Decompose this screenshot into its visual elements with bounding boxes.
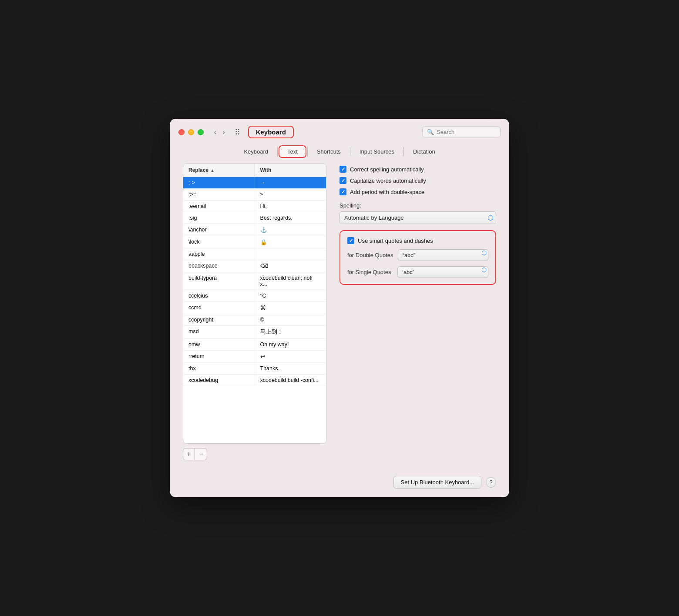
cell-with: xcodebuild build -confi...: [255, 375, 326, 386]
correct-spelling-checkbox[interactable]: [340, 166, 346, 173]
close-button[interactable]: [178, 129, 185, 135]
sort-arrow: ▲: [210, 168, 215, 173]
cell-replace: thx: [183, 363, 255, 374]
back-button[interactable]: ‹: [212, 127, 218, 137]
table-body: ;-> → ;>= ≥ ;eemail Hi, ;sig Best regard…: [183, 177, 326, 386]
cell-with: Best regards,: [255, 212, 326, 224]
tabs-bar: Keyboard Text Shortcuts Input Sources Di…: [170, 144, 509, 163]
replacement-table: Replace ▲ With ;-> → ;>= ≥ ;eemail Hi, ;…: [183, 163, 326, 444]
spelling-label: Spelling:: [340, 202, 496, 209]
cell-replace: ccmd: [183, 302, 255, 314]
tab-dictation[interactable]: Dictation: [405, 145, 444, 158]
tab-keyboard[interactable]: Keyboard: [235, 145, 276, 158]
maximize-button[interactable]: [198, 129, 204, 135]
table-row[interactable]: \lock 🔒: [183, 236, 326, 248]
table-row[interactable]: bbackspace ⌫: [183, 260, 326, 272]
spelling-section: Spelling: Automatic by LanguageEnglishSp…: [340, 202, 496, 224]
cell-replace: xcodedebug: [183, 375, 255, 386]
smart-quotes-checkbox[interactable]: [347, 237, 354, 244]
left-panel: Replace ▲ With ;-> → ;>= ≥ ;eemail Hi, ;…: [183, 163, 326, 460]
checkbox-add-period: Add period with double-space: [340, 188, 496, 195]
cell-replace: \anchor: [183, 224, 255, 236]
cell-with: ≥: [255, 189, 326, 200]
cell-with: ⚓: [255, 224, 326, 236]
table-row[interactable]: aapple: [183, 248, 326, 260]
cell-replace: \lock: [183, 236, 255, 248]
cell-replace: rreturn: [183, 351, 255, 362]
smart-quotes-header: Use smart quotes and dashes: [347, 237, 488, 244]
capitalize-checkbox[interactable]: [340, 177, 346, 184]
table-row[interactable]: thx Thanks.: [183, 363, 326, 375]
cell-replace: build-typora: [183, 272, 255, 290]
right-panel: Correct spelling automatically Capitaliz…: [340, 163, 496, 460]
single-quotes-select[interactable]: ‘abc’'abc'‹abc›: [397, 266, 488, 278]
capitalize-label: Capitalize words automatically: [350, 177, 426, 184]
correct-spelling-label: Correct spelling automatically: [350, 166, 424, 173]
table-row[interactable]: xcodedebug xcodebuild build -confi...: [183, 375, 326, 386]
cell-with: 🔒: [255, 236, 326, 248]
cell-replace: bbackspace: [183, 260, 255, 272]
tab-shortcuts[interactable]: Shortcuts: [309, 145, 349, 158]
table-row[interactable]: build-typora xcodebuild clean; noti x...: [183, 272, 326, 290]
tab-text[interactable]: Text: [279, 145, 306, 158]
smart-quotes-box: Use smart quotes and dashes for Double Q…: [340, 230, 496, 285]
table-row[interactable]: ;eemail Hi,: [183, 201, 326, 212]
double-quotes-label: for Double Quotes: [347, 252, 393, 258]
table-row[interactable]: \anchor ⚓: [183, 224, 326, 236]
help-button[interactable]: ?: [486, 477, 496, 488]
tab-input-sources[interactable]: Input Sources: [351, 145, 403, 158]
col-replace: Replace ▲: [183, 164, 255, 177]
table-row[interactable]: ;-> →: [183, 177, 326, 189]
nav-buttons: ‹ ›: [212, 127, 227, 137]
cell-with: Thanks.: [255, 363, 326, 374]
table-row[interactable]: rreturn ↩: [183, 351, 326, 363]
cell-with: →: [255, 177, 326, 188]
cell-with: xcodebuild clean; noti x...: [255, 272, 326, 290]
cell-with: On my way!: [255, 339, 326, 350]
search-input[interactable]: [437, 129, 496, 135]
table-row[interactable]: ;sig Best regards,: [183, 212, 326, 224]
spelling-dropdown[interactable]: Automatic by LanguageEnglishSpanishFrenc…: [340, 211, 496, 224]
minimize-button[interactable]: [188, 129, 194, 135]
cell-replace: ;->: [183, 177, 255, 188]
search-box: 🔍: [422, 126, 501, 138]
tab-separator-1: [277, 147, 278, 156]
cell-replace: ccelcius: [183, 290, 255, 301]
table-header: Replace ▲ With: [183, 164, 326, 177]
window-title: Keyboard: [248, 126, 294, 138]
cell-with: Hi,: [255, 201, 326, 212]
tab-separator-3: [350, 147, 350, 156]
grid-button[interactable]: ⠿: [232, 127, 243, 138]
table-row[interactable]: omw On my way!: [183, 339, 326, 351]
traffic-lights: [178, 129, 204, 135]
add-period-checkbox[interactable]: [340, 188, 346, 195]
cell-replace: ;>=: [183, 189, 255, 200]
single-quotes-row: for Single Quotes ‘abc’'abc'‹abc› ⬡: [347, 266, 488, 278]
table-row[interactable]: ;>= ≥: [183, 189, 326, 201]
smart-quotes-label: Use smart quotes and dashes: [358, 238, 433, 244]
table-row[interactable]: ccmd ⌘: [183, 302, 326, 314]
table-row[interactable]: ccopyright ©: [183, 314, 326, 326]
cell-replace: omw: [183, 339, 255, 350]
cell-replace: ccopyright: [183, 314, 255, 325]
content-area: Replace ▲ With ;-> → ;>= ≥ ;eemail Hi, ;…: [170, 163, 509, 469]
cell-with: ⌫: [255, 260, 326, 272]
double-quotes-select[interactable]: “abc”"abc"«ABC»: [398, 249, 488, 261]
double-quotes-row: for Double Quotes “abc”"abc"«ABC» ⬡: [347, 249, 488, 261]
main-window: ‹ › ⠿ Keyboard 🔍 Keyboard Text Shortcuts…: [170, 119, 509, 497]
bluetooth-keyboard-button[interactable]: Set Up Bluetooth Keyboard...: [393, 476, 481, 489]
cell-replace: ;eemail: [183, 201, 255, 212]
forward-button[interactable]: ›: [221, 127, 226, 137]
table-row[interactable]: msd 马上到！: [183, 326, 326, 339]
titlebar: ‹ › ⠿ Keyboard 🔍: [170, 119, 509, 144]
cell-with: ↩: [255, 351, 326, 362]
table-footer: + −: [183, 444, 326, 460]
tab-separator-2: [307, 147, 308, 156]
cell-replace: ;sig: [183, 212, 255, 224]
remove-row-button[interactable]: −: [195, 448, 207, 460]
tab-separator-4: [403, 147, 404, 156]
add-row-button[interactable]: +: [183, 448, 195, 460]
bottom-bar: Set Up Bluetooth Keyboard... ?: [170, 469, 509, 497]
table-row[interactable]: ccelcius °C: [183, 290, 326, 302]
cell-with: 马上到！: [255, 326, 326, 338]
